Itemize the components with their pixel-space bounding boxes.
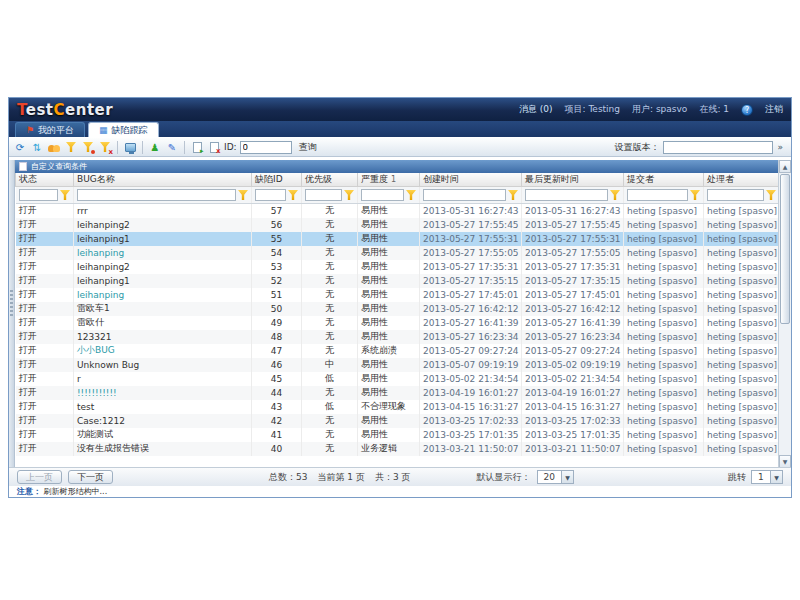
cell-bug-name[interactable]: 没有生成报告错误 (74, 442, 252, 456)
cell-bug-name[interactable]: 小小BUG (74, 344, 252, 358)
table-row[interactable]: 打开 leihanping2 56 无 易用性 2013-05-27 17:55… (16, 218, 779, 232)
assign-icon[interactable]: ♟ (148, 140, 162, 154)
jump-page-select[interactable]: 1 ▼ (751, 470, 783, 484)
chevron-down-icon[interactable]: ▼ (770, 471, 782, 483)
messages-link[interactable]: 消息 (0) (519, 103, 553, 116)
table-row[interactable]: 打开 Case:1212 42 无 易用性 2013-03-25 17:02:3… (16, 414, 779, 428)
filter-funnel-icon[interactable] (344, 190, 354, 200)
monitor-icon[interactable] (123, 140, 137, 154)
table-row[interactable]: 打开 leihanping 51 无 易用性 2013-05-27 17:45:… (16, 288, 779, 302)
col-status[interactable]: 状态 (16, 173, 74, 187)
next-page-button[interactable]: 下一页 (68, 470, 113, 484)
cell-bug-name[interactable]: 雷欧车1 (74, 302, 252, 316)
go-button[interactable]: » (777, 142, 783, 152)
sync-icon[interactable]: ⇅ (30, 140, 44, 154)
filter-input-status[interactable] (19, 189, 59, 201)
filter-input-priority[interactable] (305, 189, 342, 201)
cell-bug-name[interactable]: leihanping2 (74, 218, 252, 232)
filter-icon[interactable] (64, 140, 78, 154)
table-row[interactable]: 打开 test 43 低 不合理现象 2013-04-15 16:31:27 2… (16, 400, 779, 414)
logout-link[interactable]: 注销 (765, 103, 783, 116)
table-row[interactable]: 打开 leihanping1 52 无 易用性 2013-05-27 17:35… (16, 274, 779, 288)
users-icon[interactable] (47, 140, 61, 154)
filter-funnel-icon[interactable] (610, 190, 620, 200)
cell-bug-name[interactable]: Unknown Bug (74, 358, 252, 372)
cell-updated: 2013-05-27 17:55:45 (522, 218, 624, 232)
tab-defect-tracking[interactable]: ▦ 缺陷跟踪 (88, 122, 159, 137)
filter-input-created[interactable] (423, 189, 506, 201)
cell-bug-name[interactable]: r (74, 372, 252, 386)
table-row[interactable]: 打开 rrr 57 无 易用性 2013-05-31 16:27:43 2013… (16, 204, 779, 218)
table-row[interactable]: 打开 123321 48 无 易用性 2013-05-27 16:23:34 2… (16, 330, 779, 344)
filter-input-name[interactable] (77, 189, 236, 201)
cell-bug-name[interactable]: leihanping (74, 246, 252, 260)
filter-input-updated[interactable] (525, 189, 608, 201)
filter-input-handler[interactable] (707, 189, 764, 201)
cell-status: 打开 (16, 400, 74, 414)
tab-my-platform[interactable]: ⚑ 我的平台 (15, 122, 85, 137)
col-handler[interactable]: 处理者 (704, 173, 779, 187)
table-row[interactable]: 打开 雷欧什 49 无 易用性 2013-05-27 16:41:39 2013… (16, 316, 779, 330)
cell-bug-name[interactable]: leihanping1 (74, 274, 252, 288)
scrollbar-thumb[interactable] (780, 174, 790, 324)
filter-clear-icon[interactable]: x (98, 140, 112, 154)
table-row[interactable]: 打开 没有生成报告错误 40 无 业务逻辑 2013-03-21 11:50:0… (16, 442, 779, 456)
export-cancel-icon[interactable] (207, 140, 221, 154)
col-submitter[interactable]: 提交者 (624, 173, 704, 187)
cell-severity: 业务逻辑 (358, 442, 420, 456)
table-row[interactable]: 打开 小小BUG 47 无 系统崩溃 2013-05-27 09:27:24 2… (16, 344, 779, 358)
panel-splitter[interactable] (9, 160, 15, 468)
col-bug-name[interactable]: BUG名称 (74, 173, 252, 187)
vertical-scrollbar[interactable]: ▲ ▼ (778, 160, 791, 468)
table-row[interactable]: 打开 雷欧车1 50 无 易用性 2013-05-27 16:42:12 201… (16, 302, 779, 316)
cell-bug-name[interactable]: leihanping2 (74, 260, 252, 274)
cell-bug-name[interactable]: test (74, 400, 252, 414)
filter-funnel-icon[interactable] (766, 190, 776, 200)
filter-funnel-icon[interactable] (690, 190, 700, 200)
filter-add-icon[interactable] (81, 140, 95, 154)
table-row[interactable]: 打开 功能测试 41 无 易用性 2013-03-25 17:01:35 201… (16, 428, 779, 442)
per-page-select[interactable]: 20 ▼ (537, 470, 574, 484)
table-row[interactable]: 打开 leihanping2 53 无 易用性 2013-05-27 17:35… (16, 260, 779, 274)
export-icon[interactable] (190, 140, 204, 154)
filter-funnel-icon[interactable] (288, 190, 298, 200)
cell-bug-name[interactable]: leihanping (74, 288, 252, 302)
cell-defect-id: 50 (252, 302, 302, 316)
refresh-icon[interactable]: ⟳ (13, 140, 27, 154)
version-input[interactable] (663, 141, 773, 154)
chevron-down-icon[interactable]: ▼ (561, 471, 573, 483)
cell-updated: 2013-05-27 17:55:31 (522, 232, 624, 246)
col-updated[interactable]: 最后更新时间 (522, 173, 624, 187)
table-row[interactable]: 打开 leihanping 54 无 易用性 2013-05-27 17:55:… (16, 246, 779, 260)
table-row[interactable]: 打开 !!!!!!!!!!! 44 无 易用性 2013-04-19 16:01… (16, 386, 779, 400)
globe-icon[interactable]: ? (741, 104, 753, 116)
scroll-up-icon[interactable]: ▲ (779, 160, 791, 173)
cell-severity: 易用性 (358, 316, 420, 330)
document-icon (19, 162, 27, 171)
filter-funnel-icon[interactable] (238, 190, 248, 200)
col-severity[interactable]: 严重度1 (358, 173, 420, 187)
cell-bug-name[interactable]: 功能测试 (74, 428, 252, 442)
prev-page-button[interactable]: 上一页 (17, 470, 62, 484)
cell-bug-name[interactable]: 雷欧什 (74, 316, 252, 330)
table-row[interactable]: 打开 r 45 低 易用性 2013-05-02 21:34:54 2013-0… (16, 372, 779, 386)
id-input[interactable] (240, 141, 292, 154)
cell-bug-name[interactable]: leihanping1 (74, 232, 252, 246)
cell-bug-name[interactable]: 123321 (74, 330, 252, 344)
filter-input-id[interactable] (255, 189, 286, 201)
filter-funnel-icon[interactable] (508, 190, 518, 200)
col-created[interactable]: 创建时间 (420, 173, 522, 187)
col-defect-id[interactable]: 缺陷ID (252, 173, 302, 187)
filter-input-severity[interactable] (361, 189, 404, 201)
cell-bug-name[interactable]: Case:1212 (74, 414, 252, 428)
cell-bug-name[interactable]: !!!!!!!!!!! (74, 386, 252, 400)
filter-funnel-icon[interactable] (406, 190, 416, 200)
col-priority[interactable]: 优先级 (302, 173, 358, 187)
filter-funnel-icon[interactable] (60, 190, 70, 200)
cell-bug-name[interactable]: rrr (74, 204, 252, 218)
table-row[interactable]: 打开 Unknown Bug 46 中 易用性 2013-05-07 09:19… (16, 358, 779, 372)
table-row[interactable]: 打开 leihanping1 55 无 易用性 2013-05-27 17:55… (16, 232, 779, 246)
query-button[interactable]: 查询 (299, 141, 317, 154)
filter-input-submitter[interactable] (627, 189, 688, 201)
edit-pen-icon[interactable]: ✎ (165, 140, 179, 154)
